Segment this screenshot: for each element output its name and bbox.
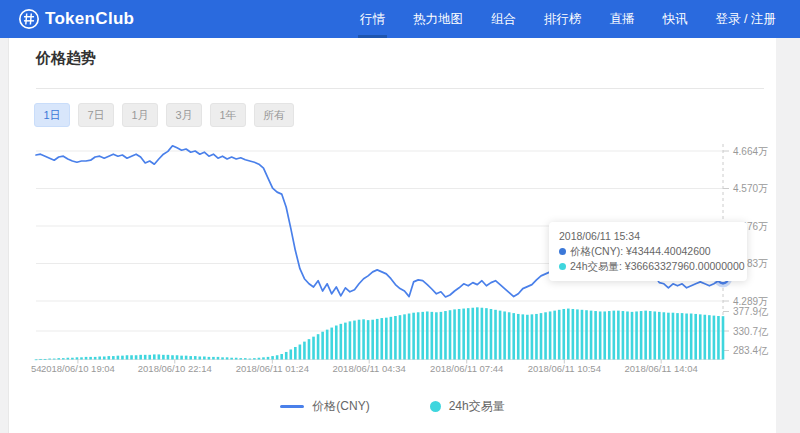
x-axis-label: 2018/06/11 01:24 (236, 363, 309, 374)
volume-bars (35, 307, 725, 360)
range-button-4[interactable]: 1年 (210, 103, 246, 127)
nav-item-4[interactable]: 直播 (596, 0, 649, 38)
price-dot-icon (559, 248, 566, 255)
legend-item-volume[interactable]: 24h交易量 (430, 398, 505, 415)
x-axis-label: 2018/06/11 10:54 (528, 363, 601, 374)
x-axis-label: 2018/06/11 14:04 (625, 363, 698, 374)
active-tab-underline (358, 35, 387, 38)
legend-item-price[interactable]: 价格(CNY) (280, 398, 369, 415)
price-axis-label: 4.289万 (733, 296, 768, 307)
tooltip-price-text: 价格(CNY): ¥43444.40042600 (570, 244, 711, 259)
tooltip-volume-row: 24h交易量: ¥36663327960.00000000 (559, 259, 737, 274)
nav-item-2[interactable]: 组合 (477, 0, 530, 38)
price-axis-label: 4.664万 (733, 146, 768, 157)
range-button-1[interactable]: 7日 (78, 103, 114, 127)
nav-item-3[interactable]: 排行榜 (530, 0, 596, 38)
nav-item-6[interactable]: 登录 / 注册 (702, 0, 790, 38)
legend-price-label: 价格(CNY) (312, 398, 369, 415)
x-axis-label: 2018/06/11 04:34 (333, 363, 406, 374)
tooltip-time: 2018/06/11 15:34 (559, 229, 737, 244)
chart-tooltip: 2018/06/11 15:34 价格(CNY): ¥43444.4004260… (549, 222, 747, 281)
x-axis-label: 2018/06/10 19:04 (41, 363, 115, 374)
x-axis-label: 2018/06/11 07:44 (430, 363, 503, 374)
range-button-0[interactable]: 1日 (34, 103, 70, 127)
price-axis-label: 4.570万 (733, 183, 768, 194)
page-title: 价格趋势 (36, 49, 96, 68)
volume-axis-label: 330.7亿 (733, 326, 769, 337)
volume-axis-label: 283.4亿 (733, 345, 769, 356)
x-axis-label: 2018/06/10 22:14 (138, 363, 212, 374)
range-button-5[interactable]: 所有 (254, 103, 294, 127)
tooltip-volume-text: 24h交易量: ¥36663327960.00000000 (570, 259, 745, 274)
tooltip-price-row: 价格(CNY): ¥43444.40042600 (559, 244, 737, 259)
volume-dot-icon (430, 401, 441, 412)
volume-dot-icon (559, 263, 566, 270)
chart-legend: 价格(CNY) 24h交易量 (9, 398, 776, 415)
legend-volume-label: 24h交易量 (449, 398, 505, 415)
nav-item-1[interactable]: 热力地图 (399, 0, 477, 38)
range-button-2[interactable]: 1月 (122, 103, 158, 127)
content-card: 价格趋势 1日7日1月3月1年所有 4.664万4.570万4.476万4.38… (8, 38, 776, 433)
nav-item-5[interactable]: 快讯 (649, 0, 702, 38)
brand-logo[interactable]: TokenClub (18, 8, 134, 30)
brand-name: TokenClub (45, 9, 134, 29)
time-range-selector: 1日7日1月3月1年所有 (34, 103, 302, 127)
range-button-3[interactable]: 3月 (166, 103, 202, 127)
title-divider (36, 88, 764, 89)
top-header: TokenClub 行情热力地图组合排行榜直播快讯登录 / 注册 (0, 0, 800, 38)
nav-item-0[interactable]: 行情 (346, 0, 399, 38)
volume-axis-label: 377.9亿 (733, 306, 769, 317)
tokenclub-logo-icon (18, 8, 40, 30)
main-nav: 行情热力地图组合排行榜直播快讯登录 / 注册 (346, 0, 790, 38)
price-line-icon (280, 405, 304, 408)
